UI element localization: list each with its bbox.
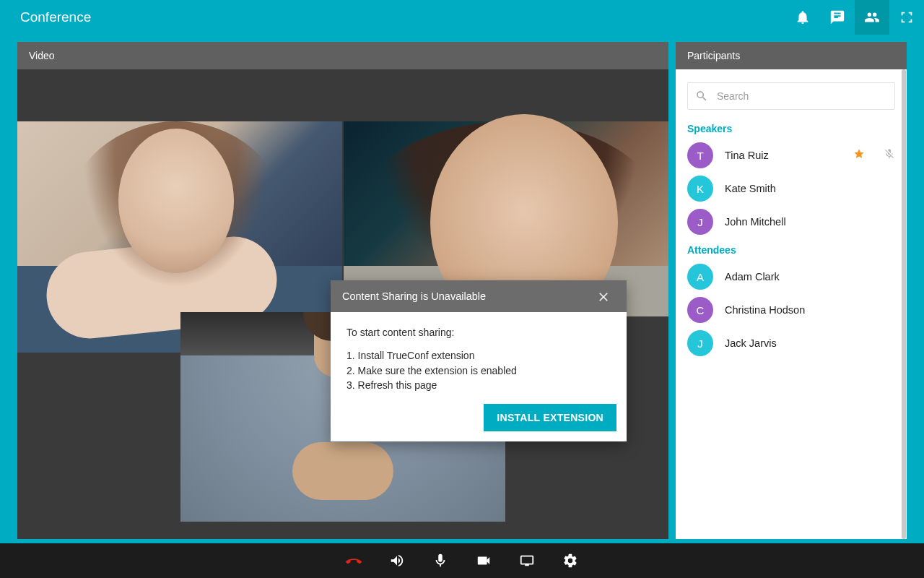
participant-name: Kate Smith	[725, 183, 895, 194]
speakers-label: Speakers	[676, 117, 907, 139]
dialog-title: Content Sharing is Unavailable	[342, 290, 486, 302]
avatar: T	[687, 142, 713, 168]
participant-row[interactable]: JJack Jarvis	[676, 327, 907, 360]
page-title: Conference	[20, 9, 785, 25]
video-grid: Content Sharing is Unavailable To start …	[17, 69, 668, 539]
dialog-step: 3. Refresh this page	[346, 378, 611, 392]
video-panel-header: Video	[17, 42, 668, 69]
video-tile[interactable]	[17, 121, 342, 311]
participant-row[interactable]: JJohn Mitchell	[676, 205, 907, 238]
participant-row[interactable]: AAdam Clark	[676, 260, 907, 293]
screen-share-button[interactable]	[516, 550, 538, 571]
mic-icon	[432, 553, 448, 569]
chat-icon	[829, 9, 845, 25]
video-panel: Video Content Sharing is Una	[17, 42, 668, 539]
dialog-body: To start content sharing: 1. Install Tru…	[331, 312, 627, 397]
mic-button[interactable]	[430, 550, 451, 571]
fullscreen-button[interactable]	[889, 0, 924, 35]
hangup-icon	[344, 553, 363, 569]
participant-name: John Mitchell	[725, 216, 895, 228]
participant-name: Jack Jarvis	[725, 337, 895, 349]
participants-button[interactable]	[855, 0, 889, 35]
settings-button[interactable]	[559, 550, 581, 571]
dialog-close-button[interactable]	[592, 290, 615, 303]
search-input[interactable]	[717, 90, 887, 102]
content-sharing-dialog: Content Sharing is Unavailable To start …	[331, 280, 627, 441]
gear-icon	[562, 553, 578, 569]
chat-button[interactable]	[820, 0, 855, 35]
bell-icon	[795, 9, 811, 25]
participant-name: Christina Hodson	[725, 304, 895, 316]
avatar: J	[687, 330, 713, 356]
install-extension-button[interactable]: INSTALL EXTENSION	[484, 404, 616, 431]
search-box[interactable]	[687, 82, 895, 110]
camera-button[interactable]	[473, 550, 494, 571]
search-icon	[695, 90, 708, 103]
dialog-step: 2. Make sure the extension is enabled	[346, 363, 611, 378]
close-icon	[597, 290, 610, 303]
scrollbar[interactable]	[902, 69, 906, 539]
bottom-bar	[0, 543, 924, 578]
camera-icon	[476, 553, 492, 569]
dialog-step: 1. Install TrueConf extension	[346, 348, 611, 363]
top-bar: Conference	[0, 0, 924, 35]
dialog-intro: To start content sharing:	[346, 325, 611, 340]
participant-name: Adam Clark	[725, 271, 895, 282]
star-icon	[853, 148, 865, 163]
participants-body: Speakers TTina RuizKKate SmithJJohn Mitc…	[676, 69, 907, 539]
mic-off-icon	[884, 148, 895, 163]
participant-name: Tina Ruiz	[725, 150, 842, 161]
participant-row[interactable]: KKate Smith	[676, 172, 907, 205]
participant-row[interactable]: TTina Ruiz	[676, 139, 907, 172]
people-icon	[864, 9, 880, 25]
attendees-list: AAdam ClarkCChristina HodsonJJack Jarvis	[676, 260, 907, 360]
speaker-button[interactable]	[386, 550, 408, 571]
participant-row[interactable]: CChristina Hodson	[676, 293, 907, 327]
speakers-list: TTina RuizKKate SmithJJohn Mitchell	[676, 139, 907, 238]
fullscreen-icon	[899, 9, 915, 25]
notifications-button[interactable]	[785, 0, 820, 35]
participants-panel: Participants Speakers TTina RuizKKate Sm…	[676, 42, 907, 539]
main-area: Video Content Sharing is Una	[0, 35, 924, 543]
speaker-icon	[389, 553, 405, 569]
avatar: K	[687, 176, 713, 202]
screen-share-icon	[519, 553, 535, 569]
dialog-header: Content Sharing is Unavailable	[331, 280, 627, 312]
topbar-icons	[785, 0, 924, 35]
avatar: C	[687, 297, 713, 323]
attendees-label: Attendees	[676, 238, 907, 260]
avatar: J	[687, 209, 713, 235]
hangup-button[interactable]	[343, 550, 365, 571]
avatar: A	[687, 264, 713, 290]
participants-panel-header: Participants	[676, 42, 907, 69]
